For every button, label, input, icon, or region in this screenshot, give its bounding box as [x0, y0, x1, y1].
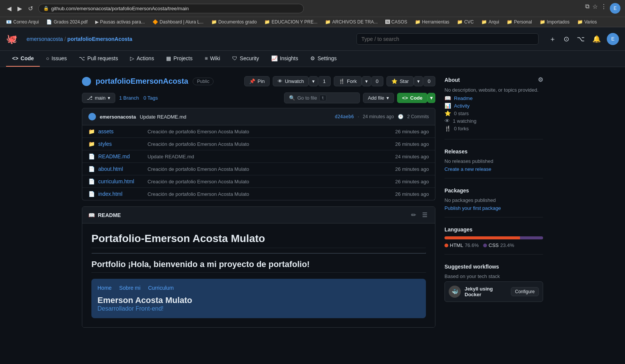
- fork-icon: 🍴: [339, 78, 345, 84]
- tab-settings[interactable]: ⚙ Settings: [304, 51, 343, 67]
- publish-package-link[interactable]: Publish your first package: [444, 205, 543, 211]
- star-button[interactable]: ⭐ Star: [386, 76, 414, 86]
- code-dropdown-button[interactable]: ▾: [427, 93, 435, 103]
- new-button[interactable]: ＋: [548, 33, 557, 45]
- tab-projects[interactable]: ▦ Projects: [160, 51, 199, 67]
- stars-sidebar-link[interactable]: 0 stars: [454, 111, 469, 116]
- bookmark-varios[interactable]: 📁Varios: [576, 19, 598, 25]
- bookmark-dashboard[interactable]: 🔶Dashboard | Alura L...: [151, 19, 205, 25]
- menu-icon[interactable]: ⋮: [601, 3, 607, 14]
- tab-pull-requests[interactable]: ⌥ Pull requests: [73, 51, 124, 67]
- create-release-link[interactable]: Create a new release: [444, 166, 543, 172]
- about-settings-icon[interactable]: ⚙: [538, 76, 543, 83]
- html-lang-percent: 76.6%: [465, 242, 479, 248]
- go-to-file-button[interactable]: 🔍 Go to file t: [284, 92, 360, 103]
- tab-issues-label: Issues: [52, 55, 67, 61]
- tab-actions[interactable]: ▷ Actions: [124, 51, 160, 67]
- tab-settings-label: Settings: [317, 55, 337, 61]
- commits-count-link[interactable]: 2 Commits: [407, 114, 429, 119]
- breadcrumb-repo[interactable]: portafolioEmersonAcosta: [68, 36, 132, 42]
- readme-sidebar-link[interactable]: Readme: [454, 95, 473, 101]
- bookmark-pausas[interactable]: ▶Pausas activas para...: [94, 19, 146, 25]
- tag-count-link[interactable]: 0 Tags: [143, 95, 158, 101]
- forks-sidebar-link[interactable]: 0 forks: [454, 126, 469, 131]
- code-button-group: <> Code ▾: [397, 93, 435, 103]
- unwatch-button[interactable]: 👁 Unwatch: [273, 76, 309, 86]
- bookmark-herramientas[interactable]: 📁Herramientas: [413, 19, 451, 25]
- code-button[interactable]: <> Code: [397, 93, 427, 103]
- preview-nav-curriculum[interactable]: Curriculum: [148, 285, 174, 291]
- raw-readme-button[interactable]: ☰: [421, 211, 429, 219]
- breadcrumb-owner[interactable]: emersonacosta: [27, 36, 63, 42]
- file-name-assets[interactable]: assets: [98, 128, 144, 134]
- file-row-about[interactable]: 📄 about.html Creación de portafolio Emer…: [82, 163, 435, 175]
- no-releases-text: No releases published: [444, 158, 543, 164]
- file-name-curriculum[interactable]: curriculum.html: [98, 178, 144, 184]
- pin-button[interactable]: 📌 Pin: [244, 76, 270, 86]
- bookmark-educacion[interactable]: 📁EDUCACION Y PRE...: [263, 19, 319, 25]
- repo-name[interactable]: portafolioEmersonAcosta: [96, 77, 188, 86]
- file-row-readme[interactable]: 📄 README.md Update README.md 24 minutes …: [82, 150, 435, 163]
- preview-nav-home[interactable]: Home: [97, 285, 111, 291]
- tab-wiki[interactable]: ≡ Wiki: [199, 51, 226, 67]
- issues-button[interactable]: ⊙: [562, 33, 571, 45]
- file-row-index[interactable]: 📄 index.html Creación de portafolio Emer…: [82, 188, 435, 200]
- file-row-styles[interactable]: 📁 styles Creación de portafolio Emerson …: [82, 138, 435, 150]
- file-name-readme[interactable]: README.md: [98, 153, 144, 159]
- bookmark-icon[interactable]: ☆: [592, 3, 598, 14]
- configure-workflow-button[interactable]: Configure: [511, 287, 539, 296]
- commit-hash[interactable]: d24aeb6: [335, 114, 354, 119]
- bookmark-cvc[interactable]: 📁CVC: [455, 19, 475, 25]
- tab-security[interactable]: 🛡 Security: [226, 51, 265, 67]
- search-input[interactable]: [356, 33, 539, 45]
- user-avatar[interactable]: E: [607, 33, 619, 45]
- star-dropdown-button[interactable]: ▾: [414, 76, 423, 86]
- tab-code[interactable]: <> Code: [6, 51, 40, 67]
- edit-readme-button[interactable]: ✏: [410, 211, 418, 219]
- notifications-button[interactable]: 🔔: [591, 33, 602, 45]
- tab-code-label: Code: [20, 55, 34, 61]
- bookmark-arqui[interactable]: 📁Arqui: [480, 19, 501, 25]
- bookmark-correo[interactable]: 📧Correo Arqui: [5, 19, 40, 25]
- fork-button[interactable]: 🍴 Fork: [334, 76, 362, 86]
- file-name-styles[interactable]: styles: [98, 141, 144, 147]
- forward-button[interactable]: ▶: [15, 4, 24, 13]
- tab-issues[interactable]: ○ Issues: [40, 51, 73, 67]
- bookmark-archivos[interactable]: 📁ARCHIVOS DE TRA...: [323, 19, 379, 25]
- preview-nav-sobre[interactable]: Sobre mi: [119, 285, 140, 291]
- css-lang-percent: 23.4%: [500, 242, 514, 248]
- bookmark-documentos[interactable]: 📁Documentos grado: [210, 19, 258, 25]
- back-button[interactable]: ◀: [5, 4, 14, 13]
- bookmark-grados[interactable]: 📄Grados 2024.pdf: [45, 19, 89, 25]
- bookmark-casos[interactable]: 🅽CASOS: [384, 19, 409, 25]
- file-name-about[interactable]: about.html: [98, 166, 144, 172]
- pull-requests-button[interactable]: ⌥: [575, 33, 586, 45]
- file-name-index[interactable]: index.html: [98, 191, 144, 197]
- file-row-assets[interactable]: 📁 assets Creación de portafolio Emerson …: [82, 125, 435, 138]
- code-tab-icon: <>: [12, 55, 18, 61]
- bookmarks-bar: 📧Correo Arqui 📄Grados 2024.pdf ▶Pausas a…: [0, 17, 625, 27]
- branch-selector[interactable]: ⎇ main ▾: [82, 93, 115, 103]
- extensions-icon[interactable]: ⧉: [585, 3, 589, 14]
- activity-sidebar-link[interactable]: Activity: [454, 103, 470, 109]
- branch-count-link[interactable]: 1 Branch: [119, 95, 139, 101]
- watch-dropdown-button[interactable]: ▾: [309, 76, 318, 86]
- bookmark-importados[interactable]: 📁Importados: [538, 19, 571, 25]
- commit-message: Update README.md: [140, 114, 186, 120]
- file-icon-curriculum: 📄: [88, 178, 94, 184]
- url-bar[interactable]: 🔒 github.com/emersonacosta/portafolioEme…: [38, 4, 304, 13]
- file-row-curriculum[interactable]: 📄 curriculum.html Creación de portafolio…: [82, 175, 435, 188]
- bookmark-personal[interactable]: 📁Personal: [505, 19, 533, 25]
- fork-dropdown-button[interactable]: ▾: [362, 76, 371, 86]
- about-section: About ⚙ No description, website, or topi…: [444, 76, 543, 139]
- file-commit-msg-index: Creación de portafolio Emerson Acosta Mu…: [148, 191, 391, 197]
- commit-author-avatar: [88, 113, 96, 120]
- reload-button[interactable]: ↺: [26, 4, 35, 13]
- branch-bar-right: 🔍 Go to file t Add file ▾ <> Code ▾: [284, 92, 435, 103]
- github-logo[interactable]: 🐙: [6, 34, 17, 44]
- add-file-button[interactable]: Add file ▾: [363, 93, 394, 103]
- browser-profile-avatar[interactable]: E: [610, 3, 620, 14]
- commit-author-name[interactable]: emersonacosta: [100, 114, 136, 120]
- watching-sidebar-link[interactable]: 1 watching: [453, 118, 476, 124]
- tab-insights[interactable]: 📈 Insights: [265, 51, 304, 67]
